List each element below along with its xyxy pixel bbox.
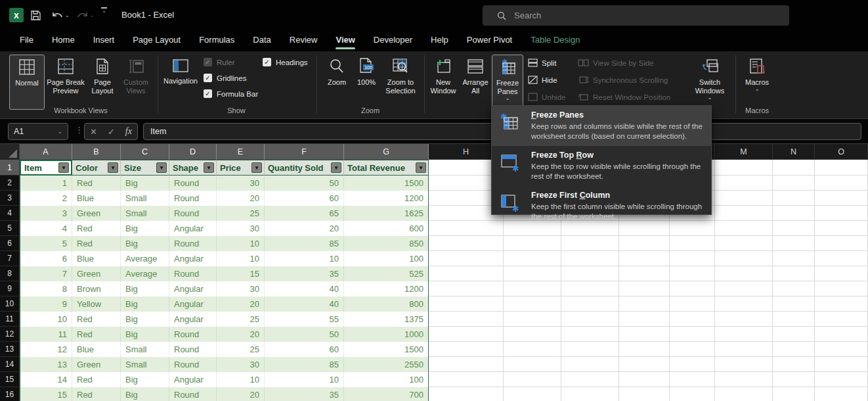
data-cell[interactable]: 1500 [344, 176, 429, 191]
table-header-cell[interactable]: Total Revenue▾ [344, 160, 429, 176]
data-cell[interactable]: 30 [217, 357, 265, 372]
empty-cell[interactable] [773, 176, 815, 191]
zoom-100-button[interactable]: 100 100% [353, 55, 380, 110]
empty-cell[interactable] [773, 296, 815, 312]
empty-cell[interactable] [504, 236, 561, 251]
data-cell[interactable]: Small [121, 357, 169, 372]
data-cell[interactable]: 10 [217, 372, 265, 387]
empty-cell[interactable] [561, 281, 619, 296]
data-cell[interactable]: 15 [217, 266, 265, 281]
data-cell[interactable]: 800 [344, 296, 429, 312]
column-header-e[interactable]: E [217, 144, 265, 160]
data-cell[interactable]: Green [72, 357, 121, 372]
data-cell[interactable]: 8 [20, 281, 72, 296]
empty-cell[interactable] [815, 251, 868, 266]
data-cell[interactable]: 40 [265, 281, 344, 296]
data-cell[interactable]: Blue [72, 342, 121, 357]
customize-qat-icon[interactable]: ⌄ [101, 7, 107, 23]
empty-cell[interactable] [715, 372, 773, 387]
data-cell[interactable]: 10 [265, 372, 344, 387]
data-cell[interactable]: Red [72, 387, 121, 401]
empty-cell[interactable] [773, 281, 815, 296]
empty-cell[interactable] [429, 236, 504, 251]
column-header-o[interactable]: O [815, 144, 868, 160]
empty-cell[interactable] [715, 251, 773, 266]
data-cell[interactable]: Big [121, 281, 169, 296]
data-cell[interactable]: Angular [169, 221, 217, 236]
empty-cell[interactable] [773, 357, 815, 372]
macros-button[interactable]: Macros ⌄ [741, 55, 773, 110]
row-header-11[interactable]: 11 [0, 312, 20, 327]
data-cell[interactable]: Big [121, 176, 169, 191]
data-cell[interactable]: 15 [20, 387, 72, 401]
table-header-cell[interactable]: Shape▾ [169, 160, 217, 176]
empty-cell[interactable] [715, 176, 773, 191]
row-header-5[interactable]: 5 [0, 221, 20, 236]
row-header-4[interactable]: 4 [0, 206, 20, 221]
data-cell[interactable]: 10 [217, 251, 265, 266]
empty-cell[interactable] [429, 357, 504, 372]
empty-cell[interactable] [504, 296, 561, 312]
empty-cell[interactable] [504, 266, 561, 281]
data-cell[interactable]: 60 [265, 191, 344, 206]
table-header-cell[interactable]: Size▾ [121, 160, 169, 176]
empty-cell[interactable] [429, 296, 504, 312]
empty-cell[interactable] [561, 266, 619, 281]
empty-cell[interactable] [561, 342, 619, 357]
data-cell[interactable]: 3 [20, 206, 72, 221]
empty-cell[interactable] [715, 296, 773, 312]
hide-button[interactable]: Hide [528, 76, 557, 84]
data-cell[interactable]: 30 [217, 281, 265, 296]
data-cell[interactable]: 14 [20, 372, 72, 387]
column-header-m[interactable]: M [715, 144, 773, 160]
checkbox-formula-bar[interactable]: ✓Formula Bar [204, 89, 258, 98]
empty-cell[interactable] [670, 312, 715, 327]
data-cell[interactable]: Big [121, 327, 169, 342]
data-cell[interactable]: Round [169, 342, 217, 357]
empty-cell[interactable] [773, 266, 815, 281]
tab-view[interactable]: View [326, 30, 364, 51]
empty-cell[interactable] [504, 327, 561, 342]
name-box-chevron-icon[interactable]: ⌄ [57, 128, 62, 135]
column-header-n[interactable]: N [773, 144, 815, 160]
empty-cell[interactable] [773, 312, 815, 327]
empty-cell[interactable] [715, 312, 773, 327]
empty-cell[interactable] [561, 372, 619, 387]
data-cell[interactable]: Average [121, 266, 169, 281]
data-cell[interactable]: 525 [344, 266, 429, 281]
data-cell[interactable]: 700 [344, 387, 429, 401]
formula-bar-handle[interactable]: ⋮ [75, 125, 84, 135]
data-cell[interactable]: 5 [20, 236, 72, 251]
data-cell[interactable]: 20 [217, 191, 265, 206]
filter-dropdown-icon[interactable]: ▾ [416, 162, 426, 173]
empty-cell[interactable] [715, 357, 773, 372]
empty-cell[interactable] [429, 312, 504, 327]
data-cell[interactable]: 6 [20, 251, 72, 266]
empty-cell[interactable] [715, 266, 773, 281]
empty-cell[interactable] [619, 281, 670, 296]
empty-cell[interactable] [773, 191, 815, 206]
undo-chevron-icon[interactable]: ⌄ [65, 12, 70, 18]
empty-cell[interactable] [670, 251, 715, 266]
data-cell[interactable]: 100 [344, 372, 429, 387]
empty-cell[interactable] [815, 176, 868, 191]
data-cell[interactable]: Red [72, 372, 121, 387]
empty-cell[interactable] [773, 160, 815, 176]
empty-cell[interactable] [815, 387, 868, 401]
data-cell[interactable]: Blue [72, 191, 121, 206]
data-cell[interactable]: 100 [344, 251, 429, 266]
data-cell[interactable]: 12 [20, 342, 72, 357]
data-cell[interactable]: Red [72, 327, 121, 342]
checkbox-box-icon[interactable]: ✓ [204, 89, 212, 98]
data-cell[interactable]: Round [169, 176, 217, 191]
tab-help[interactable]: Help [422, 30, 458, 51]
table-header-cell[interactable]: Color▾ [72, 160, 121, 176]
empty-cell[interactable] [815, 357, 868, 372]
arrange-all-button[interactable]: Arrange All [460, 55, 490, 110]
empty-cell[interactable] [561, 251, 619, 266]
data-cell[interactable]: 40 [265, 296, 344, 312]
empty-cell[interactable] [815, 342, 868, 357]
empty-cell[interactable] [504, 251, 561, 266]
row-header-2[interactable]: 2 [0, 176, 20, 191]
freeze-panes-button[interactable]: ✱ Freeze Panes ⌄ [492, 55, 523, 111]
